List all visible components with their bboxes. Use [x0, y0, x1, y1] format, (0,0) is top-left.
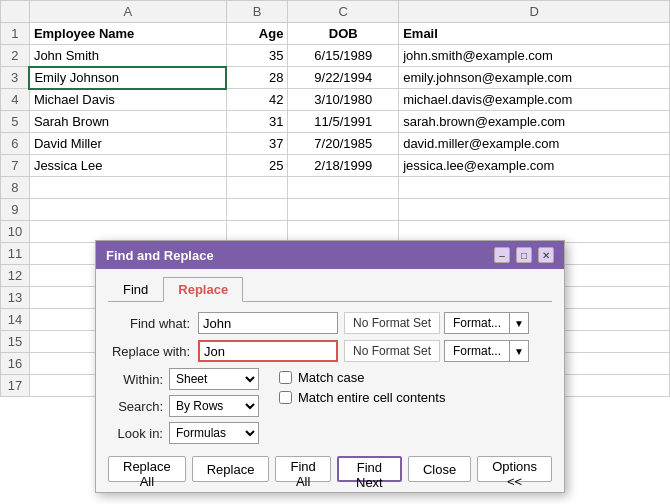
options-right: Match case Match entire cell contents: [279, 370, 445, 444]
cell-b4[interactable]: 42: [226, 89, 288, 111]
row-num-11: 11: [1, 243, 30, 265]
col-header-b[interactable]: B: [226, 1, 288, 23]
lookin-row: Look in: Formulas: [108, 422, 259, 444]
row-num-2: 2: [1, 45, 30, 67]
find-what-input[interactable]: [198, 312, 338, 334]
cell-b8[interactable]: [226, 177, 288, 199]
cell-c7[interactable]: 2/18/1999: [288, 155, 399, 177]
find-what-row: Find what: No Format Set Format... ▼: [108, 312, 552, 334]
tab-replace[interactable]: Replace: [163, 277, 243, 302]
row-num-7: 7: [1, 155, 30, 177]
options-section: Within: Sheet Search: By Rows Look in: F…: [108, 368, 552, 444]
dialog-body: Find Replace Find what: No Format Set Fo…: [96, 269, 564, 492]
cell-a4[interactable]: Michael Davis: [29, 89, 226, 111]
cell-c1[interactable]: DOB: [288, 23, 399, 45]
dialog-bottom-buttons: Replace All Replace Find All Find Next C…: [108, 456, 552, 482]
cell-c4[interactable]: 3/10/1980: [288, 89, 399, 111]
find-format-main[interactable]: Format...: [444, 312, 509, 334]
search-row: Search: By Rows: [108, 395, 259, 417]
find-format-arrow[interactable]: ▼: [509, 312, 529, 334]
row-num-6: 6: [1, 133, 30, 155]
replace-button[interactable]: Replace: [192, 456, 270, 482]
find-next-button[interactable]: Find Next: [337, 456, 402, 482]
find-what-label: Find what:: [108, 316, 198, 331]
replace-with-label: Replace with:: [108, 344, 198, 359]
row-num-4: 4: [1, 89, 30, 111]
row-num-1: 1: [1, 23, 30, 45]
match-case-checkbox[interactable]: [279, 371, 292, 384]
cell-d5[interactable]: sarah.brown@example.com: [399, 111, 670, 133]
cell-c5[interactable]: 11/5/1991: [288, 111, 399, 133]
match-entire-row: Match entire cell contents: [279, 390, 445, 405]
replace-format-button[interactable]: Format... ▼: [444, 340, 529, 362]
cell-d3[interactable]: emily.johnson@example.com: [399, 67, 670, 89]
row-num-3: 3: [1, 67, 30, 89]
cell-c3[interactable]: 9/22/1994: [288, 67, 399, 89]
row-num-16: 16: [1, 353, 30, 375]
cell-c6[interactable]: 7/20/1985: [288, 133, 399, 155]
cell-c2[interactable]: 6/15/1989: [288, 45, 399, 67]
replace-with-input[interactable]: [198, 340, 338, 362]
cell-d7[interactable]: jessica.lee@example.com: [399, 155, 670, 177]
row-num-17: 17: [1, 375, 30, 397]
row-num-5: 5: [1, 111, 30, 133]
col-header-a[interactable]: A: [29, 1, 226, 23]
cell-b9[interactable]: [226, 199, 288, 221]
find-format-badge: No Format Set: [344, 312, 440, 334]
cell-a8[interactable]: [29, 177, 226, 199]
cell-b3[interactable]: 28: [226, 67, 288, 89]
row-num-8: 8: [1, 177, 30, 199]
find-format-button[interactable]: Format... ▼: [444, 312, 529, 334]
replace-format-arrow[interactable]: ▼: [509, 340, 529, 362]
cell-b1[interactable]: Age: [226, 23, 288, 45]
replace-format-badge: No Format Set: [344, 340, 440, 362]
dialog-tabs: Find Replace: [108, 277, 552, 302]
cell-d6[interactable]: david.miller@example.com: [399, 133, 670, 155]
replace-format-main[interactable]: Format...: [444, 340, 509, 362]
within-row: Within: Sheet: [108, 368, 259, 390]
match-entire-label: Match entire cell contents: [298, 390, 445, 405]
match-entire-checkbox[interactable]: [279, 391, 292, 404]
within-select[interactable]: Sheet: [169, 368, 259, 390]
cell-a6[interactable]: David Miller: [29, 133, 226, 155]
cell-d2[interactable]: john.smith@example.com: [399, 45, 670, 67]
cell-d1[interactable]: Email: [399, 23, 670, 45]
row-num-15: 15: [1, 331, 30, 353]
row-num-12: 12: [1, 265, 30, 287]
dialog-titlebar: Find and Replace – □ ✕: [96, 241, 564, 269]
col-header-d[interactable]: D: [399, 1, 670, 23]
col-header-c[interactable]: C: [288, 1, 399, 23]
cell-d4[interactable]: michael.davis@example.com: [399, 89, 670, 111]
cell-b6[interactable]: 37: [226, 133, 288, 155]
cell-a7[interactable]: Jessica Lee: [29, 155, 226, 177]
cell-a1[interactable]: Employee Name: [29, 23, 226, 45]
maximize-button[interactable]: □: [516, 247, 532, 263]
cell-b7[interactable]: 25: [226, 155, 288, 177]
cell-a2[interactable]: John Smith: [29, 45, 226, 67]
cell-c9[interactable]: [288, 199, 399, 221]
cell-c8[interactable]: [288, 177, 399, 199]
row-num-13: 13: [1, 287, 30, 309]
cell-d8[interactable]: [399, 177, 670, 199]
find-all-button[interactable]: Find All: [275, 456, 330, 482]
find-replace-dialog: Find and Replace – □ ✕ Find Replace Find…: [95, 240, 565, 493]
replace-all-button[interactable]: Replace All: [108, 456, 186, 482]
cell-a5[interactable]: Sarah Brown: [29, 111, 226, 133]
cell-a9[interactable]: [29, 199, 226, 221]
corner-header: [1, 1, 30, 23]
match-case-row: Match case: [279, 370, 445, 385]
options-button[interactable]: Options <<: [477, 456, 552, 482]
match-case-label: Match case: [298, 370, 364, 385]
cell-b2[interactable]: 35: [226, 45, 288, 67]
cell-d9[interactable]: [399, 199, 670, 221]
tab-find[interactable]: Find: [108, 277, 163, 302]
search-label: Search:: [108, 399, 163, 414]
cell-b5[interactable]: 31: [226, 111, 288, 133]
close-dialog-button[interactable]: ✕: [538, 247, 554, 263]
cell-a3[interactable]: Emily Johnson: [29, 67, 226, 89]
close-button[interactable]: Close: [408, 456, 471, 482]
search-select[interactable]: By Rows: [169, 395, 259, 417]
lookin-select[interactable]: Formulas: [169, 422, 259, 444]
minimize-button[interactable]: –: [494, 247, 510, 263]
replace-with-row: Replace with: No Format Set Format... ▼: [108, 340, 552, 362]
